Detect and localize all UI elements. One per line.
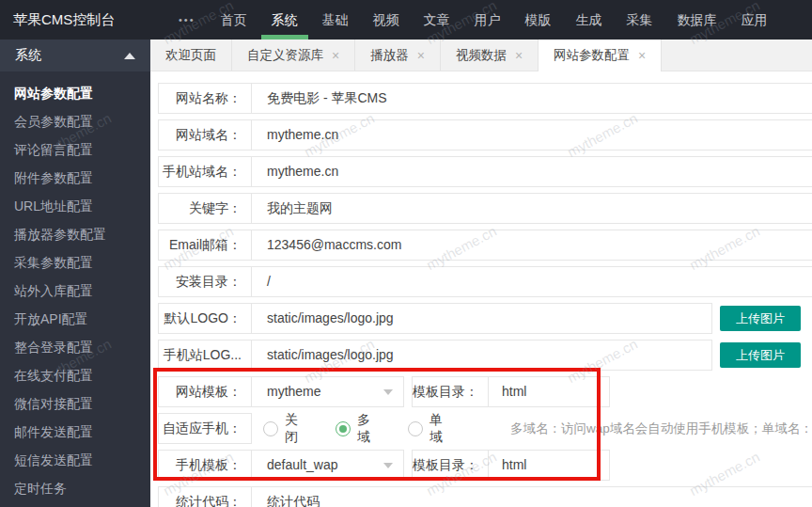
sidebar-item-login-config[interactable]: 整合登录配置: [0, 333, 150, 361]
sidebar-item-attachment-config[interactable]: 附件参数配置: [0, 164, 150, 192]
install-dir-input[interactable]: /: [252, 266, 812, 297]
nav-item-app[interactable]: 应用: [729, 0, 780, 40]
mobile-template-label: 手机模板：: [158, 450, 252, 481]
site-name-input[interactable]: 免费电影 - 苹果CMS: [252, 83, 812, 114]
tab-label: 视频数据: [456, 47, 507, 64]
stats-code-label: 统计代码：: [158, 486, 252, 507]
default-logo-input[interactable]: static/images/logo.jpg: [252, 303, 712, 334]
site-template-value: mytheme: [267, 384, 321, 399]
template-dir-label: 模板目录：: [412, 376, 489, 407]
radio-option-label: 关闭: [285, 412, 298, 446]
template-dir-input[interactable]: html: [489, 450, 610, 481]
radio-option-label: 多域: [357, 412, 370, 446]
nav-item-template[interactable]: 模版: [513, 0, 564, 40]
nav-item-system[interactable]: 系统: [259, 0, 310, 40]
stats-code-row: 统计代码： 统计代码: [158, 486, 812, 507]
close-icon[interactable]: ×: [332, 49, 339, 62]
mobile-template-value: default_wap: [267, 457, 338, 472]
mobile-logo-row: 手机站LOG... static/images/logo.jpg 上传图片: [158, 340, 812, 371]
upload-image-button[interactable]: 上传图片: [720, 306, 801, 331]
mobile-logo-label: 手机站LOG...: [158, 340, 252, 371]
nav-item-article[interactable]: 文章: [412, 0, 462, 40]
tab-site-config[interactable]: 网站参数配置 ×: [539, 40, 662, 71]
keywords-label: 关键字：: [158, 193, 252, 224]
sidebar-item-player-config[interactable]: 播放器参数配置: [0, 220, 150, 248]
sidebar-item-url-config[interactable]: URL地址配置: [0, 192, 150, 220]
radio-icon[interactable]: [263, 421, 278, 436]
radio-option-multi-domain[interactable]: 多域: [336, 412, 370, 446]
sidebar-item-sms-config[interactable]: 短信发送配置: [0, 446, 150, 474]
stats-code-input[interactable]: 统计代码: [252, 486, 812, 507]
close-icon[interactable]: ×: [417, 49, 425, 62]
template-dir-input[interactable]: html: [489, 376, 610, 407]
tab-bar: 欢迎页面 自定义资源库 × 播放器 × 视频数据 × 网站参数配置 ×: [150, 40, 812, 71]
radio-icon[interactable]: [408, 421, 423, 436]
sidebar-group-system[interactable]: 系统: [0, 40, 150, 71]
default-logo-row: 默认LOGO： static/images/logo.jpg 上传图片: [158, 303, 812, 334]
keywords-row: 关键字： 我的主题网: [158, 193, 812, 224]
radio-option-single-domain[interactable]: 单域: [408, 412, 443, 446]
mobile-logo-input[interactable]: static/images/logo.jpg: [252, 340, 712, 371]
sidebar-item-cron-task[interactable]: 定时任务: [0, 474, 150, 502]
chevron-down-icon: [383, 463, 393, 468]
tab-label: 自定义资源库: [247, 47, 323, 64]
nav-item-generate[interactable]: 生成: [564, 0, 615, 40]
sidebar: 系统 网站参数配置 会员参数配置 评论留言配置 附件参数配置 URL地址配置 播…: [0, 40, 150, 507]
site-domain-row: 网站域名： mytheme.cn: [158, 119, 812, 151]
site-name-label: 网站名称：: [158, 83, 252, 114]
sidebar-item-member-config[interactable]: 会员参数配置: [0, 107, 150, 135]
sidebar-item-email-config[interactable]: 邮件发送配置: [0, 418, 150, 446]
sidebar-item-site-config[interactable]: 网站参数配置: [0, 79, 150, 107]
adaptive-mobile-row: 自适应手机： 关闭 多域 单域 多域名：访问wap域名会自动使用手机模板；单域名: [158, 413, 812, 444]
upload-image-button[interactable]: 上传图片: [720, 342, 801, 368]
sidebar-item-comment-config[interactable]: 评论留言配置: [0, 135, 150, 164]
nav-item-collect[interactable]: 采集: [615, 0, 665, 40]
sidebar-item-open-api-config[interactable]: 开放API配置: [0, 305, 150, 333]
close-icon[interactable]: ×: [515, 49, 523, 62]
nav-item-user[interactable]: 用户: [462, 0, 513, 40]
mobile-template-row: 手机模板： default_wap 模板目录： html: [158, 450, 812, 481]
site-template-select[interactable]: mytheme: [252, 376, 404, 407]
top-navigation: 首页 系统 基础 视频 文章 用户 模版 生成 采集 数据库 应用: [209, 0, 780, 40]
sidebar-group-label: 系统: [15, 47, 41, 64]
tab-label: 欢迎页面: [165, 47, 216, 64]
mobile-template-select[interactable]: default_wap: [252, 450, 404, 481]
sidebar-menu: 网站参数配置 会员参数配置 评论留言配置 附件参数配置 URL地址配置 播放器参…: [0, 71, 150, 502]
tab-video-data[interactable]: 视频数据 ×: [441, 40, 539, 71]
tab-welcome[interactable]: 欢迎页面: [150, 40, 232, 71]
nav-item-video[interactable]: 视频: [361, 0, 412, 40]
mobile-domain-input[interactable]: mytheme.cn: [252, 156, 812, 187]
tab-custom-resource[interactable]: 自定义资源库 ×: [232, 40, 355, 71]
app-title: 苹果CMS控制台: [0, 11, 152, 29]
adaptive-mobile-label: 自适应手机：: [158, 413, 252, 444]
nav-item-basic[interactable]: 基础: [310, 0, 361, 40]
mobile-domain-label: 手机站域名：: [158, 156, 252, 187]
radio-option-close[interactable]: 关闭: [263, 412, 298, 446]
adaptive-options: 关闭 多域 单域 多域名：访问wap域名会自动使用手机模板；单域名：手机访问会: [252, 413, 812, 444]
close-icon[interactable]: ×: [638, 49, 646, 62]
sidebar-item-wechat-config[interactable]: 微信对接配置: [0, 389, 150, 418]
default-logo-label: 默认LOGO：: [158, 303, 252, 334]
sidebar-item-payment-config[interactable]: 在线支付配置: [0, 361, 150, 389]
email-label: Email邮箱：: [158, 230, 252, 261]
more-menu-icon[interactable]: •••: [179, 14, 195, 25]
sidebar-item-external-store-config[interactable]: 站外入库配置: [0, 277, 150, 305]
tab-label: 网站参数配置: [554, 47, 630, 64]
adaptive-hint-text: 多域名：访问wap域名会自动使用手机模板；单域名：手机访问会: [510, 420, 812, 437]
nav-item-home[interactable]: 首页: [209, 0, 259, 40]
install-dir-label: 安装目录：: [158, 266, 252, 297]
sidebar-item-collect-config[interactable]: 采集参数配置: [0, 248, 150, 277]
form-panel: 网站名称： 免费电影 - 苹果CMS 网站域名： mytheme.cn 手机站域…: [150, 71, 812, 507]
tab-label: 播放器: [370, 47, 409, 64]
mobile-domain-row: 手机站域名： mytheme.cn: [158, 156, 812, 187]
chevron-down-icon: [383, 389, 393, 395]
radio-checked-icon[interactable]: [336, 421, 351, 436]
email-row: Email邮箱： 123456@maccms.com: [158, 230, 812, 261]
nav-item-database[interactable]: 数据库: [665, 0, 729, 40]
radio-option-label: 单域: [429, 412, 443, 446]
keywords-input[interactable]: 我的主题网: [252, 193, 812, 224]
site-domain-input[interactable]: mytheme.cn: [252, 119, 812, 151]
site-domain-label: 网站域名：: [158, 119, 252, 151]
tab-player[interactable]: 播放器 ×: [355, 40, 441, 71]
email-input[interactable]: 123456@maccms.com: [252, 230, 812, 261]
